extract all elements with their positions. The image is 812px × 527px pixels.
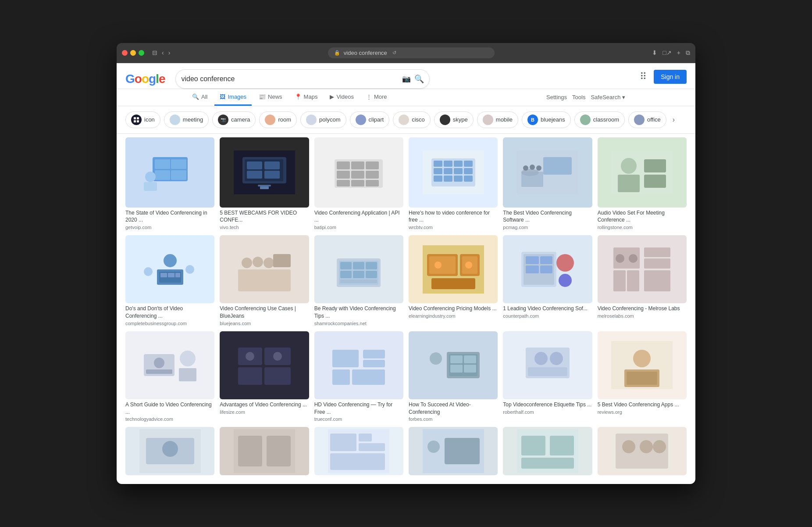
tab-maps-label: Maps: [304, 93, 318, 100]
sidebar-toggle-icon[interactable]: ⊟: [152, 49, 157, 56]
settings-link[interactable]: Settings: [546, 94, 567, 100]
image-card-1-4[interactable]: Here's how to video conference for free …: [409, 137, 498, 230]
image-card-1-1[interactable]: The State of Video Conferencing in 2020 …: [125, 137, 214, 230]
image-caption-1-5: The Best Video Conferencing Software ...…: [503, 209, 592, 230]
image-card-1-3[interactable]: Video Conferencing Application | API ...…: [314, 137, 403, 230]
download-icon[interactable]: ⬇: [652, 49, 657, 56]
svg-rect-17: [264, 171, 280, 179]
svg-rect-3: [137, 120, 139, 122]
svg-point-58: [164, 254, 177, 267]
chip-cisco[interactable]: cisco: [393, 111, 431, 128]
svg-rect-5: [155, 159, 170, 169]
logo-e: e: [159, 72, 165, 86]
chip-mobile[interactable]: mobile: [477, 111, 518, 128]
image-card-1-5[interactable]: The Best Video Conferencing Software ...…: [503, 137, 592, 230]
tab-maps[interactable]: 📍 Maps: [289, 89, 323, 106]
svg-point-141: [633, 350, 651, 367]
svg-rect-56: [644, 175, 666, 188]
image-title-3-3: HD Video Conferencing — Try for Free ...: [314, 401, 403, 416]
svg-rect-77: [366, 262, 377, 269]
maps-icon: 📍: [295, 93, 302, 100]
chip-classroom[interactable]: classroom: [574, 111, 625, 128]
image-card-2-5[interactable]: 1 Leading Video Conferencing Sof... coun…: [503, 235, 592, 326]
image-card-3-5[interactable]: Top Videoconference Etiquette Tips ... r…: [503, 331, 592, 422]
image-title-2-3: Be Ready with Video Conferencing Tips ..…: [314, 305, 403, 320]
address-bar[interactable]: 🔒 video conference ↺: [328, 47, 495, 58]
news-icon: 📰: [259, 93, 266, 100]
chip-room[interactable]: room: [259, 111, 297, 128]
svg-rect-89: [431, 278, 475, 289]
image-card-4-1[interactable]: [125, 427, 214, 475]
image-card-3-1[interactable]: A Short Guide to Video Conferencing ... …: [125, 331, 214, 422]
chip-cisco-img: [399, 115, 409, 125]
google-logo[interactable]: Google: [125, 72, 165, 86]
search-submit-icon[interactable]: 🔍: [414, 74, 424, 84]
svg-rect-133: [450, 365, 463, 373]
chip-skype[interactable]: skype: [434, 111, 474, 128]
logo-g2: g: [149, 72, 156, 86]
chip-meeting[interactable]: meeting: [164, 111, 209, 128]
image-card-4-4[interactable]: [409, 427, 498, 475]
chip-office-img: [634, 115, 645, 125]
tab-videos[interactable]: ▶ Videos: [324, 89, 359, 106]
reload-icon[interactable]: ↺: [392, 50, 396, 56]
chip-camera[interactable]: 📷 camera: [212, 111, 256, 128]
chips-next-icon[interactable]: ›: [670, 113, 677, 126]
camera-search-icon[interactable]: 📷: [402, 75, 411, 83]
image-card-4-2[interactable]: [220, 427, 309, 475]
image-card-4-5[interactable]: [503, 427, 592, 475]
image-card-3-3[interactable]: HD Video Conferencing — Try for Free ...…: [314, 331, 403, 422]
forward-icon[interactable]: ›: [168, 49, 171, 56]
tab-more[interactable]: ⋮ More: [361, 89, 392, 106]
chip-icon[interactable]: icon: [125, 111, 160, 128]
svg-rect-120: [264, 367, 291, 385]
image-thumb-1-4: [409, 137, 498, 208]
maximize-button[interactable]: [139, 50, 144, 56]
logo-g: G: [125, 72, 135, 86]
chip-bluejeans[interactable]: B bluejeans: [522, 111, 571, 128]
close-button[interactable]: [122, 50, 128, 56]
image-caption-2-6: Video Conferencing - Melrose Labs melros…: [598, 305, 687, 319]
svg-rect-29: [351, 180, 364, 186]
image-card-4-3[interactable]: [314, 427, 403, 475]
windows-icon[interactable]: ⧉: [686, 49, 690, 57]
share-icon[interactable]: □↗: [662, 49, 671, 56]
image-caption-1-2: 5 BEST WEBCAMS FOR VIDEO CONFE... vivo.t…: [220, 209, 309, 230]
image-card-1-6[interactable]: Audio Video Set For Meeting Conference .…: [598, 137, 687, 230]
chip-clipart[interactable]: clipart: [350, 111, 390, 128]
image-source-1-2: vivo.tech: [220, 225, 309, 230]
image-card-2-4[interactable]: Video Conferencing Pricing Models ... el…: [409, 235, 498, 326]
svg-rect-51: [521, 172, 543, 187]
image-card-3-6[interactable]: 5 Best Video Conferencing Apps ... revie…: [598, 331, 687, 422]
image-card-2-6[interactable]: Video Conferencing - Melrose Labs melros…: [598, 235, 687, 326]
image-card-2-3[interactable]: Be Ready with Video Conferencing Tips ..…: [314, 235, 403, 326]
safe-search[interactable]: SafeSearch ▾: [591, 94, 625, 100]
chip-polycom[interactable]: polycom: [300, 111, 346, 128]
image-card-2-1[interactable]: Do's and Don'ts of Video Conferencing ..…: [125, 235, 214, 326]
tools-link[interactable]: Tools: [572, 94, 585, 100]
image-card-2-2[interactable]: Video Conferencing Use Cases | BlueJeans…: [220, 235, 309, 326]
new-tab-icon[interactable]: +: [677, 49, 680, 56]
search-input[interactable]: [181, 75, 402, 83]
minimize-button[interactable]: [130, 50, 136, 56]
chip-icon-img: [131, 115, 142, 125]
tab-images[interactable]: 🖼 Images: [214, 89, 252, 106]
image-card-3-4[interactable]: How To Succeed At Video-Conferencing for…: [409, 331, 498, 422]
chip-office[interactable]: office: [628, 111, 666, 128]
logo-o1: o: [135, 72, 142, 86]
image-card-3-2[interactable]: Advantages of Video Conferencing ... lif…: [220, 331, 309, 422]
sign-in-button[interactable]: Sign in: [654, 70, 687, 84]
svg-rect-152: [359, 434, 372, 441]
tab-news[interactable]: 📰 News: [253, 89, 288, 106]
image-card-4-6[interactable]: [598, 427, 687, 475]
image-card-1-2[interactable]: 5 BEST WEBCAMS FOR VIDEO CONFE... vivo.t…: [220, 137, 309, 230]
chip-classroom-img: [580, 115, 591, 125]
back-icon[interactable]: ‹: [162, 49, 164, 56]
image-thumb-2-4: [409, 235, 498, 303]
chip-camera-label: camera: [231, 116, 250, 123]
browser-controls: ⬇ □↗ + ⧉: [652, 49, 690, 57]
svg-point-87: [434, 262, 442, 269]
google-apps-icon[interactable]: ⠿: [640, 71, 647, 82]
tab-all[interactable]: 🔍 All: [187, 89, 213, 106]
image-caption-1-1: The State of Video Conferencing in 2020 …: [125, 209, 214, 230]
